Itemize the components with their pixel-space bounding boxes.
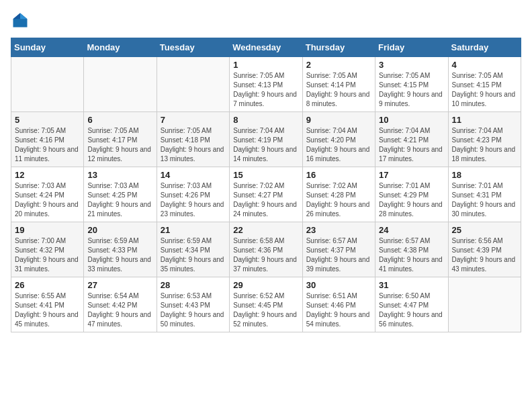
calendar-day-cell: 7Sunrise: 7:05 AMSunset: 4:18 PMDaylight… <box>157 112 229 167</box>
day-number: 23 <box>306 225 371 235</box>
day-info: Sunrise: 6:50 AMSunset: 4:47 PMDaylight:… <box>379 291 444 329</box>
day-info: Sunrise: 7:02 AMSunset: 4:28 PMDaylight:… <box>306 181 371 219</box>
day-info: Sunrise: 7:04 AMSunset: 4:23 PMDaylight:… <box>452 126 517 164</box>
day-info: Sunrise: 7:01 AMSunset: 4:29 PMDaylight:… <box>379 181 444 219</box>
calendar-week-row: 26Sunrise: 6:55 AMSunset: 4:41 PMDayligh… <box>11 277 521 332</box>
day-info: Sunrise: 7:02 AMSunset: 4:27 PMDaylight:… <box>233 181 298 219</box>
day-info: Sunrise: 6:56 AMSunset: 4:39 PMDaylight:… <box>452 236 517 274</box>
calendar-day-cell: 19Sunrise: 7:00 AMSunset: 4:32 PMDayligh… <box>11 222 84 277</box>
day-info: Sunrise: 7:03 AMSunset: 4:24 PMDaylight:… <box>15 181 80 219</box>
calendar-day-cell: 20Sunrise: 6:59 AMSunset: 4:33 PMDayligh… <box>84 222 157 277</box>
day-number: 15 <box>233 170 298 180</box>
column-header-tuesday: Tuesday <box>157 38 229 57</box>
day-info: Sunrise: 7:03 AMSunset: 4:26 PMDaylight:… <box>161 181 226 219</box>
day-number: 12 <box>15 170 80 180</box>
calendar-day-cell: 10Sunrise: 7:04 AMSunset: 4:21 PMDayligh… <box>375 112 448 167</box>
day-info: Sunrise: 6:59 AMSunset: 4:34 PMDaylight:… <box>161 236 226 274</box>
day-number: 17 <box>379 170 444 180</box>
calendar-header-row: SundayMondayTuesdayWednesdayThursdayFrid… <box>11 38 521 57</box>
calendar-day-cell: 31Sunrise: 6:50 AMSunset: 4:47 PMDayligh… <box>375 277 448 332</box>
calendar-day-cell: 27Sunrise: 6:54 AMSunset: 4:42 PMDayligh… <box>84 277 157 332</box>
day-number: 19 <box>15 225 80 235</box>
calendar-day-cell: 5Sunrise: 7:05 AMSunset: 4:16 PMDaylight… <box>11 112 84 167</box>
calendar-day-cell: 21Sunrise: 6:59 AMSunset: 4:34 PMDayligh… <box>157 222 229 277</box>
column-header-monday: Monday <box>84 38 157 57</box>
day-info: Sunrise: 7:04 AMSunset: 4:21 PMDaylight:… <box>379 126 444 164</box>
day-info: Sunrise: 6:52 AMSunset: 4:45 PMDaylight:… <box>233 291 298 329</box>
calendar-day-cell: 15Sunrise: 7:02 AMSunset: 4:27 PMDayligh… <box>230 167 302 222</box>
calendar-day-cell: 6Sunrise: 7:05 AMSunset: 4:17 PMDaylight… <box>84 112 157 167</box>
calendar-week-row: 5Sunrise: 7:05 AMSunset: 4:16 PMDaylight… <box>11 112 521 167</box>
day-number: 10 <box>379 115 444 125</box>
calendar-day-cell: 25Sunrise: 6:56 AMSunset: 4:39 PMDayligh… <box>448 222 521 277</box>
calendar-day-cell: 8Sunrise: 7:04 AMSunset: 4:19 PMDaylight… <box>230 112 302 167</box>
calendar-day-cell <box>84 57 157 112</box>
calendar-day-cell: 1Sunrise: 7:05 AMSunset: 4:13 PMDaylight… <box>230 57 302 112</box>
calendar-day-cell <box>11 57 84 112</box>
day-number: 27 <box>87 280 152 290</box>
calendar-day-cell: 26Sunrise: 6:55 AMSunset: 4:41 PMDayligh… <box>11 277 84 332</box>
day-info: Sunrise: 7:05 AMSunset: 4:14 PMDaylight:… <box>306 71 371 109</box>
calendar-day-cell: 24Sunrise: 6:57 AMSunset: 4:38 PMDayligh… <box>375 222 448 277</box>
day-number: 26 <box>15 280 80 290</box>
day-number: 7 <box>161 115 226 125</box>
day-number: 22 <box>233 225 298 235</box>
day-info: Sunrise: 7:05 AMSunset: 4:16 PMDaylight:… <box>15 126 80 164</box>
day-number: 4 <box>452 60 517 70</box>
day-number: 6 <box>87 115 152 125</box>
day-info: Sunrise: 7:03 AMSunset: 4:25 PMDaylight:… <box>87 181 152 219</box>
day-number: 14 <box>161 170 226 180</box>
calendar-day-cell: 30Sunrise: 6:51 AMSunset: 4:46 PMDayligh… <box>302 277 375 332</box>
calendar-day-cell: 13Sunrise: 7:03 AMSunset: 4:25 PMDayligh… <box>84 167 157 222</box>
column-header-thursday: Thursday <box>302 38 375 57</box>
calendar-table: SundayMondayTuesdayWednesdayThursdayFrid… <box>11 38 521 332</box>
day-info: Sunrise: 7:01 AMSunset: 4:31 PMDaylight:… <box>452 181 517 219</box>
calendar-week-row: 1Sunrise: 7:05 AMSunset: 4:13 PMDaylight… <box>11 57 521 112</box>
calendar-day-cell: 29Sunrise: 6:52 AMSunset: 4:45 PMDayligh… <box>230 277 302 332</box>
logo <box>11 11 32 30</box>
day-info: Sunrise: 7:00 AMSunset: 4:32 PMDaylight:… <box>15 236 80 274</box>
column-header-friday: Friday <box>375 38 448 57</box>
day-number: 25 <box>452 225 517 235</box>
day-info: Sunrise: 6:54 AMSunset: 4:42 PMDaylight:… <box>87 291 152 329</box>
day-number: 24 <box>379 225 444 235</box>
calendar-day-cell: 22Sunrise: 6:58 AMSunset: 4:36 PMDayligh… <box>230 222 302 277</box>
calendar-day-cell: 9Sunrise: 7:04 AMSunset: 4:20 PMDaylight… <box>302 112 375 167</box>
calendar-day-cell <box>448 277 521 332</box>
calendar-day-cell: 23Sunrise: 6:57 AMSunset: 4:37 PMDayligh… <box>302 222 375 277</box>
day-info: Sunrise: 6:53 AMSunset: 4:43 PMDaylight:… <box>161 291 226 329</box>
calendar-day-cell: 11Sunrise: 7:04 AMSunset: 4:23 PMDayligh… <box>448 112 521 167</box>
calendar-day-cell: 14Sunrise: 7:03 AMSunset: 4:26 PMDayligh… <box>157 167 229 222</box>
day-number: 21 <box>161 225 226 235</box>
column-header-sunday: Sunday <box>11 38 84 57</box>
day-number: 8 <box>233 115 298 125</box>
day-number: 18 <box>452 170 517 180</box>
calendar-day-cell <box>157 57 229 112</box>
day-number: 5 <box>15 115 80 125</box>
calendar-day-cell: 17Sunrise: 7:01 AMSunset: 4:29 PMDayligh… <box>375 167 448 222</box>
day-info: Sunrise: 7:04 AMSunset: 4:20 PMDaylight:… <box>306 126 371 164</box>
calendar-week-row: 12Sunrise: 7:03 AMSunset: 4:24 PMDayligh… <box>11 167 521 222</box>
day-number: 31 <box>379 280 444 290</box>
day-number: 3 <box>379 60 444 70</box>
day-number: 30 <box>306 280 371 290</box>
day-info: Sunrise: 6:58 AMSunset: 4:36 PMDaylight:… <box>233 236 298 274</box>
day-info: Sunrise: 6:51 AMSunset: 4:46 PMDaylight:… <box>306 291 371 329</box>
page-header <box>11 11 521 30</box>
day-number: 2 <box>306 60 371 70</box>
day-info: Sunrise: 7:05 AMSunset: 4:15 PMDaylight:… <box>452 71 517 109</box>
day-info: Sunrise: 7:05 AMSunset: 4:15 PMDaylight:… <box>379 71 444 109</box>
day-number: 28 <box>161 280 226 290</box>
calendar-day-cell: 18Sunrise: 7:01 AMSunset: 4:31 PMDayligh… <box>448 167 521 222</box>
calendar-day-cell: 4Sunrise: 7:05 AMSunset: 4:15 PMDaylight… <box>448 57 521 112</box>
day-number: 20 <box>87 225 152 235</box>
day-number: 9 <box>306 115 371 125</box>
calendar-week-row: 19Sunrise: 7:00 AMSunset: 4:32 PMDayligh… <box>11 222 521 277</box>
day-number: 11 <box>452 115 517 125</box>
calendar-day-cell: 16Sunrise: 7:02 AMSunset: 4:28 PMDayligh… <box>302 167 375 222</box>
calendar-day-cell: 12Sunrise: 7:03 AMSunset: 4:24 PMDayligh… <box>11 167 84 222</box>
day-info: Sunrise: 6:57 AMSunset: 4:37 PMDaylight:… <box>306 236 371 274</box>
day-number: 29 <box>233 280 298 290</box>
day-info: Sunrise: 7:05 AMSunset: 4:17 PMDaylight:… <box>87 126 152 164</box>
day-info: Sunrise: 6:55 AMSunset: 4:41 PMDaylight:… <box>15 291 80 329</box>
